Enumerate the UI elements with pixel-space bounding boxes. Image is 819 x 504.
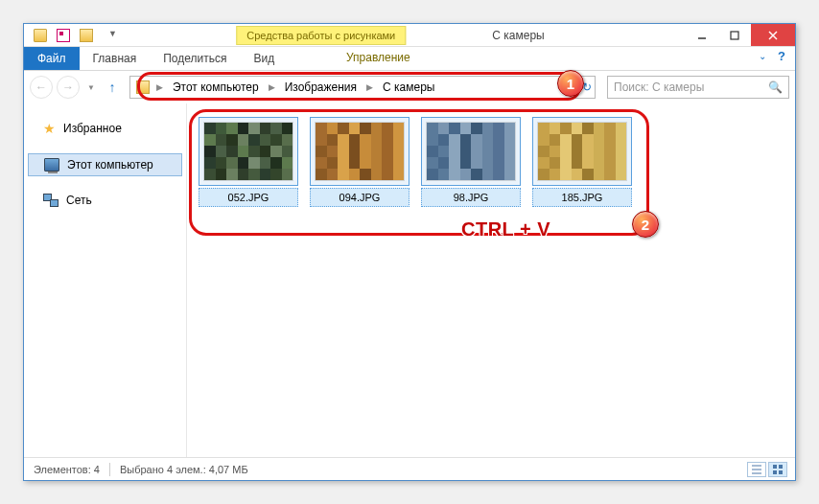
share-tab[interactable]: Поделиться — [150, 47, 240, 70]
divider — [109, 463, 110, 476]
view-thumbnails-button[interactable] — [768, 462, 787, 477]
chevron-right-icon[interactable]: ▶ — [363, 82, 376, 92]
svg-rect-9 — [773, 470, 777, 474]
breadcrumb-root[interactable]: Этот компьютер — [170, 79, 262, 96]
svg-rect-1 — [731, 32, 738, 39]
svg-rect-10 — [779, 470, 783, 474]
navigation-pane: ★ Избранное Этот компьютер Сеть — [24, 103, 187, 457]
status-selection: Выбрано 4 элем.: 4,07 МБ — [120, 464, 248, 475]
search-placeholder: Поиск: С камеры — [614, 80, 704, 94]
sidebar-item-network[interactable]: Сеть — [24, 190, 186, 211]
file-item[interactable]: 185.JPG — [532, 117, 632, 207]
file-item[interactable]: 052.JPG — [199, 117, 298, 207]
up-button[interactable]: ↑ — [103, 78, 122, 97]
help-icon[interactable]: ? — [778, 49, 785, 63]
quick-access-toolbar: ▼ Средства работы с рисунками С камеры — [24, 24, 795, 47]
home-tab[interactable]: Главная — [80, 47, 151, 70]
search-input[interactable]: Поиск: С камеры 🔍 — [607, 76, 789, 99]
address-bar[interactable]: ▶ Этот компьютер ▶ Изображения ▶ С камер… — [129, 76, 596, 99]
chevron-right-icon[interactable]: ▶ — [153, 82, 166, 92]
qat-dropdown-icon[interactable]: ▼ — [108, 29, 122, 42]
sidebar-item-this-pc[interactable]: Этот компьютер — [28, 153, 182, 176]
search-icon[interactable]: 🔍 — [768, 80, 783, 94]
svg-rect-7 — [773, 465, 777, 469]
sidebar-label-this-pc: Этот компьютер — [67, 158, 153, 172]
maximize-button[interactable] — [718, 24, 751, 46]
folder-icon[interactable] — [34, 29, 47, 42]
status-bar: Элементов: 4 Выбрано 4 элем.: 4,07 МБ — [24, 457, 795, 480]
close-button[interactable] — [751, 24, 795, 46]
forward-button[interactable]: → — [57, 76, 80, 99]
minimize-button[interactable] — [686, 24, 718, 46]
ribbon-tabs: Файл Главная Поделиться Вид Управление ⌄… — [24, 47, 795, 71]
file-name: 185.JPG — [532, 188, 632, 207]
new-folder-icon[interactable] — [80, 29, 93, 42]
sidebar-item-favorites[interactable]: ★ Избранное — [24, 117, 186, 140]
back-button[interactable]: ← — [30, 76, 53, 99]
folder-icon — [136, 80, 150, 94]
network-icon — [43, 194, 58, 207]
sidebar-label-favorites: Избранное — [63, 122, 122, 135]
annotation-badge-1: 1 — [557, 70, 584, 97]
breadcrumb-pictures[interactable]: Изображения — [282, 79, 360, 96]
properties-icon[interactable] — [57, 29, 70, 42]
file-tab[interactable]: Файл — [24, 47, 80, 70]
file-name: 052.JPG — [199, 188, 298, 207]
manage-tab[interactable]: Управление — [333, 47, 424, 68]
sidebar-label-network: Сеть — [66, 194, 92, 207]
file-thumbnail — [426, 122, 516, 181]
chevron-right-icon[interactable]: ▶ — [266, 82, 278, 92]
file-item[interactable]: 094.JPG — [310, 117, 410, 207]
window-title: С камеры — [492, 29, 544, 42]
annotation-badge-2: 2 — [632, 211, 659, 238]
contextual-tab-label[interactable]: Средства работы с рисунками — [236, 26, 406, 45]
computer-icon — [44, 158, 59, 172]
status-item-count: Элементов: 4 — [34, 464, 100, 475]
file-name: 094.JPG — [310, 188, 410, 207]
svg-rect-8 — [779, 465, 783, 469]
star-icon: ★ — [43, 121, 56, 136]
file-thumbnail — [315, 122, 405, 181]
annotation-keyhint: CTRL + V — [461, 218, 550, 241]
file-item[interactable]: 98.JPG — [421, 117, 521, 207]
file-thumbnail — [537, 122, 627, 181]
file-name: 98.JPG — [421, 188, 521, 207]
history-dropdown-icon[interactable]: ▼ — [87, 83, 95, 92]
file-thumbnail — [203, 122, 293, 181]
navigation-bar: ← → ▼ ↑ ▶ Этот компьютер ▶ Изображения ▶… — [24, 71, 795, 103]
view-tab[interactable]: Вид — [240, 47, 288, 70]
file-view[interactable]: 052.JPG094.JPG98.JPG185.JPG CTRL + V 2 — [187, 103, 795, 457]
expand-ribbon-icon[interactable]: ⌄ — [759, 51, 766, 61]
explorer-window: ▼ Средства работы с рисунками С камеры Ф… — [23, 23, 796, 481]
breadcrumb-folder[interactable]: С камеры — [380, 79, 437, 96]
view-details-button[interactable] — [747, 462, 766, 477]
